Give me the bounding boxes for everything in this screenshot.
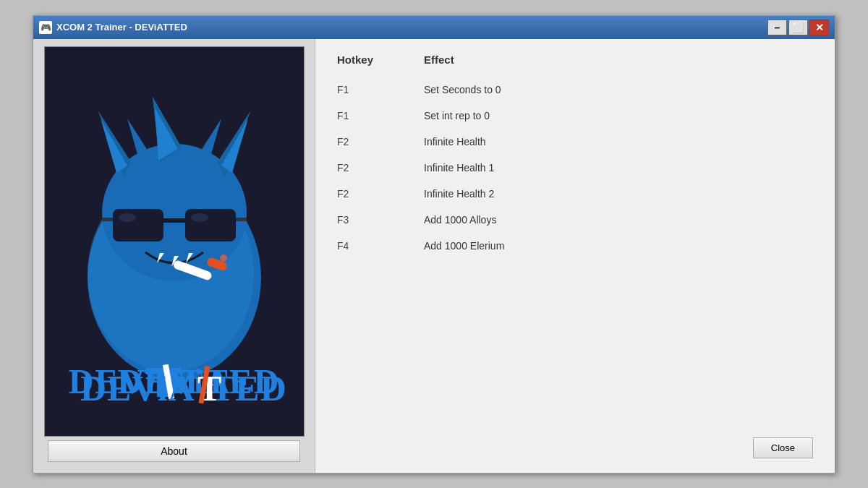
window-body: DEViA DEViATTED DEViA TED T [33,39,835,473]
close-window-button[interactable]: ✕ [809,20,829,35]
hotkey-rows: F1Set Seconds to 0F1Set int rep to 0F2In… [337,77,813,259]
table-row: F2Infinite Health 2 [337,181,813,207]
hotkey-column-header: Hotkey [337,53,424,66]
svg-rect-6 [102,218,113,221]
svg-text:DEViA: DEViA [80,368,195,408]
titlebar: 🎮 XCOM 2 Trainer - DEViATTED – ⬜ ✕ [33,16,835,39]
table-row: F2Infinite Health [337,129,813,155]
svg-point-8 [119,213,136,222]
about-button[interactable]: About [48,440,300,462]
row-effect-6: Add 1000 Elerium [424,240,813,252]
row-hotkey-3: F2 [337,162,424,174]
table-header: Hotkey Effect [337,53,813,66]
row-effect-5: Add 1000 Alloys [424,214,813,226]
bottom-bar: Close [337,423,813,458]
minimize-button[interactable]: – [767,20,787,35]
row-hotkey-5: F3 [337,214,424,226]
row-effect-4: Infinite Health 2 [424,188,813,200]
titlebar-controls: – ⬜ ✕ [767,20,829,35]
row-effect-3: Infinite Health 1 [424,162,813,174]
row-hotkey-1: F1 [337,110,424,121]
effect-column-header: Effect [424,53,813,66]
svg-text:TED: TED [210,368,287,408]
logo-container: DEViA DEViATTED DEViA TED T [44,46,305,437]
table-row: F3Add 1000 Alloys [337,207,813,233]
row-effect-2: Infinite Health [424,136,813,147]
about-button-container: About [41,437,307,466]
svg-rect-5 [163,218,185,223]
row-hotkey-0: F1 [337,84,424,95]
svg-rect-3 [113,209,163,241]
svg-point-9 [191,213,208,222]
table-row: F1Set int rep to 0 [337,103,813,129]
svg-rect-7 [236,218,247,221]
row-hotkey-6: F4 [337,240,424,252]
table-row: F4Add 1000 Elerium [337,233,813,259]
main-window: 🎮 XCOM 2 Trainer - DEViATTED – ⬜ ✕ [33,15,835,474]
hotkey-table: Hotkey Effect F1Set Seconds to 0F1Set in… [337,53,813,423]
table-row: F2Infinite Health 1 [337,155,813,181]
row-hotkey-4: F2 [337,188,424,200]
left-panel: DEViA DEViATTED DEViA TED T [33,39,315,473]
app-icon: 🎮 [39,21,52,34]
mascot-svg: DEViA DEViATTED DEViA TED T [59,68,290,415]
titlebar-left: 🎮 XCOM 2 Trainer - DEViATTED [39,21,187,34]
row-effect-1: Set int rep to 0 [424,110,813,121]
svg-rect-4 [185,209,236,241]
svg-point-12 [220,254,227,262]
close-button[interactable]: Close [753,437,813,458]
table-row: F1Set Seconds to 0 [337,77,813,103]
restore-button[interactable]: ⬜ [788,20,808,35]
row-hotkey-2: F2 [337,136,424,147]
row-effect-0: Set Seconds to 0 [424,84,813,95]
window-title: XCOM 2 Trainer - DEViATTED [56,22,187,33]
right-panel: Hotkey Effect F1Set Seconds to 0F1Set in… [315,39,835,473]
